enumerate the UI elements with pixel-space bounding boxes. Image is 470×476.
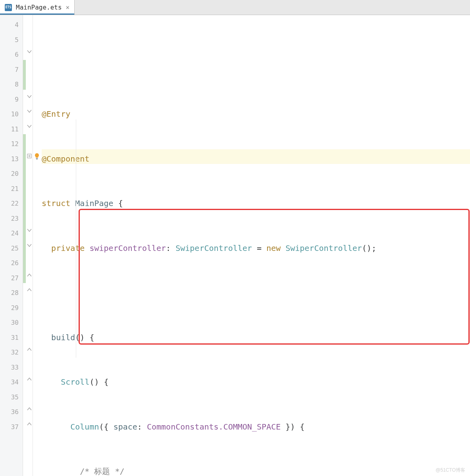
line-number: 20 (0, 166, 23, 181)
fold-close-icon[interactable] (26, 347, 33, 352)
line-number-gutter: 4567891011121320212223242526272829303132… (0, 15, 23, 476)
line-number: 31 (0, 330, 23, 345)
line-number: 11 (0, 122, 23, 137)
line-number: 28 (0, 285, 23, 301)
line-number: 25 (0, 241, 23, 256)
line-number: 34 (0, 375, 23, 390)
fold-toggle-icon[interactable] (26, 49, 33, 54)
line-number: 30 (0, 315, 23, 330)
line-number: 29 (0, 301, 23, 316)
line-number: 22 (0, 196, 23, 211)
line-number: 4 (0, 17, 23, 33)
fold-expand-icon[interactable] (26, 153, 33, 159)
line-number: 5 (0, 33, 23, 48)
fold-close-icon[interactable] (26, 376, 33, 382)
file-tab[interactable]: ETS MainPage.ets × (0, 0, 75, 15)
line-number: 8 (0, 77, 23, 92)
fold-toggle-icon[interactable] (26, 227, 33, 233)
fold-close-icon[interactable] (26, 421, 33, 427)
fold-toggle-icon[interactable] (26, 108, 33, 114)
ets-file-icon: ETS (5, 4, 12, 11)
svg-rect-1 (36, 158, 38, 159)
line-number: 9 (0, 92, 23, 107)
vcs-change-bar (23, 15, 26, 476)
line-number: 10 (0, 107, 23, 122)
line-number: 26 (0, 256, 23, 271)
hint-column (33, 15, 42, 476)
fold-toggle-icon[interactable] (26, 123, 33, 129)
tab-filename: MainPage.ets (16, 4, 62, 11)
line-number: 37 (0, 420, 23, 435)
line-number: 33 (0, 360, 23, 375)
line-number: 35 (0, 390, 23, 405)
fold-column (26, 15, 33, 476)
line-number: 21 (0, 181, 23, 197)
fold-close-icon[interactable] (26, 406, 33, 412)
fold-toggle-icon[interactable] (26, 243, 33, 248)
highlight-box (79, 209, 470, 345)
line-number: 36 (0, 405, 23, 420)
close-icon[interactable]: × (66, 4, 70, 11)
line-number: 6 (0, 47, 23, 62)
tab-bar: ETS MainPage.ets × (0, 0, 470, 15)
fold-close-icon[interactable] (26, 287, 33, 293)
svg-rect-2 (36, 159, 38, 160)
line-number: 7 (0, 62, 23, 77)
code-editor[interactable]: 4567891011121320212223242526272829303132… (0, 15, 470, 476)
lightbulb-icon[interactable] (34, 152, 40, 159)
line-number: 32 (0, 345, 23, 360)
fold-toggle-icon[interactable] (26, 94, 33, 99)
line-number: 27 (0, 271, 23, 286)
line-number: 12 (0, 137, 23, 152)
watermark: @51CTO博客 (435, 467, 465, 474)
line-number: 24 (0, 226, 23, 241)
code-area[interactable]: @Entry @Component struct MainPage { priv… (42, 15, 470, 476)
line-number: 23 (0, 211, 23, 226)
fold-close-icon[interactable] (26, 272, 33, 278)
line-number: 13 (0, 152, 23, 167)
